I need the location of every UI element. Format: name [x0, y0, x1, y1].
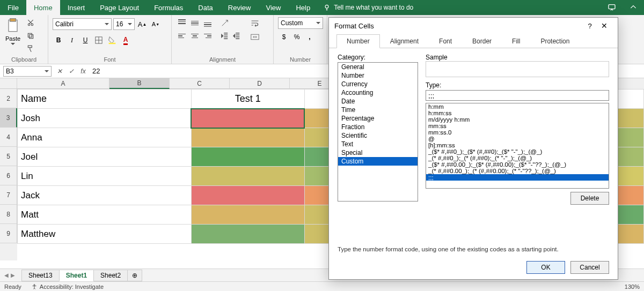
- sheet-nav-next-icon[interactable]: ▶: [11, 272, 15, 278]
- sheet-tab[interactable]: Sheet1: [59, 270, 94, 281]
- cell[interactable]: Joel: [18, 147, 192, 167]
- underline-button[interactable]: U: [79, 34, 91, 46]
- dialog-help-icon[interactable]: ?: [583, 22, 596, 30]
- cell[interactable]: Test 1: [191, 89, 304, 109]
- copy-icon[interactable]: [25, 30, 36, 42]
- category-item[interactable]: Accounting: [338, 88, 418, 97]
- cell[interactable]: [191, 205, 304, 225]
- dialog-tab-font[interactable]: Font: [429, 34, 462, 48]
- dialog-tab-fill[interactable]: Fill: [502, 34, 530, 48]
- align-top-icon[interactable]: [176, 17, 188, 29]
- category-item[interactable]: Fraction: [338, 123, 418, 131]
- tab-page-layout[interactable]: Page Layout: [92, 0, 147, 15]
- percent-icon[interactable]: %: [291, 31, 303, 43]
- type-option[interactable]: _($* #,##0.00_);_($* (#,##0.00);_($* "-"…: [426, 161, 609, 168]
- category-item[interactable]: Number: [338, 71, 418, 80]
- font-size-select[interactable]: 16: [113, 18, 135, 30]
- tab-insert[interactable]: Insert: [60, 0, 93, 15]
- cell[interactable]: [191, 128, 304, 147]
- category-item[interactable]: Time: [338, 106, 418, 114]
- tab-home[interactable]: Home: [26, 0, 60, 15]
- category-item[interactable]: Custom: [338, 157, 418, 166]
- paste-dropdown-icon[interactable]: [11, 43, 15, 45]
- zoom-level[interactable]: 130%: [625, 283, 640, 290]
- category-item[interactable]: Date: [338, 97, 418, 106]
- type-option[interactable]: mm:ss: [426, 123, 609, 129]
- enter-formula-icon[interactable]: ✓: [65, 65, 77, 77]
- cell[interactable]: [191, 186, 304, 205]
- row-header[interactable]: 5: [0, 147, 17, 166]
- dialog-close-icon[interactable]: ✕: [596, 18, 612, 34]
- ribbon-display-icon[interactable]: [623, 0, 644, 15]
- type-option[interactable]: _($* #,##0_);_($* (#,##0);_($* "-"_);_(@…: [426, 148, 609, 155]
- decrease-font-icon[interactable]: A▼: [150, 18, 162, 30]
- col-header[interactable]: B: [109, 78, 170, 89]
- cell[interactable]: Name: [18, 89, 192, 109]
- type-option[interactable]: h:mm: [426, 103, 609, 110]
- cell[interactable]: [191, 147, 304, 167]
- cell[interactable]: [191, 167, 304, 186]
- type-option[interactable]: _(* #,##0.00_);_(* (#,##0.00);_(* "-"??_…: [426, 168, 609, 174]
- category-item[interactable]: General: [338, 63, 418, 71]
- sheet-tab[interactable]: Sheet2: [93, 270, 128, 281]
- ok-button[interactable]: OK: [526, 261, 565, 274]
- fx-icon[interactable]: fx: [77, 65, 89, 77]
- tab-view[interactable]: View: [258, 0, 288, 15]
- type-option[interactable]: h:mm:ss: [426, 110, 609, 116]
- tab-help[interactable]: Help: [288, 0, 318, 15]
- dialog-tab-protection[interactable]: Protection: [530, 34, 580, 48]
- cell[interactable]: [191, 109, 304, 128]
- type-option[interactable]: @: [426, 136, 609, 142]
- type-option[interactable]: m/d/yyyy h:mm: [426, 116, 609, 123]
- type-input[interactable]: [426, 90, 609, 101]
- cell[interactable]: [191, 225, 304, 244]
- cell[interactable]: Jack: [18, 186, 192, 205]
- tellme-search[interactable]: Tell me what you want to do: [323, 0, 413, 15]
- row-header[interactable]: 9: [0, 224, 17, 243]
- row-header[interactable]: 3: [0, 108, 17, 128]
- align-left-icon[interactable]: [176, 30, 188, 42]
- align-middle-icon[interactable]: [189, 17, 201, 29]
- cell[interactable]: Matthew: [18, 225, 192, 244]
- wrap-text-icon[interactable]: [248, 17, 262, 29]
- col-header[interactable]: A: [17, 78, 109, 89]
- comments-icon[interactable]: [601, 0, 623, 15]
- fill-color-icon[interactable]: [106, 34, 118, 46]
- dialog-tab-number[interactable]: Number: [336, 34, 380, 48]
- row-header[interactable]: 7: [0, 185, 17, 205]
- category-item[interactable]: Special: [338, 148, 418, 157]
- font-color-icon[interactable]: A: [120, 34, 131, 46]
- type-list[interactable]: h:mm h:mm:ss m/d/yyyy h:mm mm:ss mm:ss.0…: [426, 103, 609, 189]
- cell[interactable]: Josh: [18, 109, 192, 128]
- category-item[interactable]: Text: [338, 140, 418, 148]
- row-header[interactable]: 6: [0, 166, 17, 185]
- col-header[interactable]: C: [170, 78, 230, 89]
- type-option[interactable]: ;;;: [426, 174, 609, 181]
- sheet-tab[interactable]: Sheet13: [21, 270, 60, 281]
- cell[interactable]: Lin: [18, 167, 192, 186]
- font-name-select[interactable]: Calibri: [53, 18, 112, 30]
- cell[interactable]: Anna: [18, 128, 192, 147]
- cancel-formula-icon[interactable]: ✕: [54, 65, 65, 77]
- type-option[interactable]: [h]:mm:ss: [426, 142, 609, 148]
- align-right-icon[interactable]: [202, 30, 214, 42]
- merge-center-icon[interactable]: [248, 31, 262, 43]
- new-sheet-button[interactable]: ⊕: [127, 270, 142, 281]
- orientation-icon[interactable]: [219, 17, 231, 29]
- align-center-icon[interactable]: [189, 30, 201, 42]
- type-option[interactable]: _(* #,##0_);_(* (#,##0);_(* "-"_);_(@_): [426, 155, 609, 161]
- row-header[interactable]: 8: [0, 205, 17, 224]
- number-format-select[interactable]: Custom: [278, 17, 323, 29]
- dialog-tab-alignment[interactable]: Alignment: [380, 34, 429, 48]
- increase-indent-icon[interactable]: [231, 30, 243, 42]
- dialog-tab-border[interactable]: Border: [462, 34, 502, 48]
- category-list[interactable]: General Number Currency Accounting Date …: [338, 62, 418, 202]
- sheet-nav-prev-icon[interactable]: ◀: [4, 272, 9, 278]
- format-painter-icon[interactable]: [25, 43, 36, 55]
- name-box[interactable]: B3: [3, 66, 52, 77]
- increase-font-icon[interactable]: A▲: [136, 18, 148, 30]
- tab-file[interactable]: File: [0, 0, 26, 15]
- row-header[interactable]: 2: [0, 89, 17, 108]
- cell[interactable]: Matt: [18, 205, 192, 225]
- currency-icon[interactable]: $: [278, 31, 290, 43]
